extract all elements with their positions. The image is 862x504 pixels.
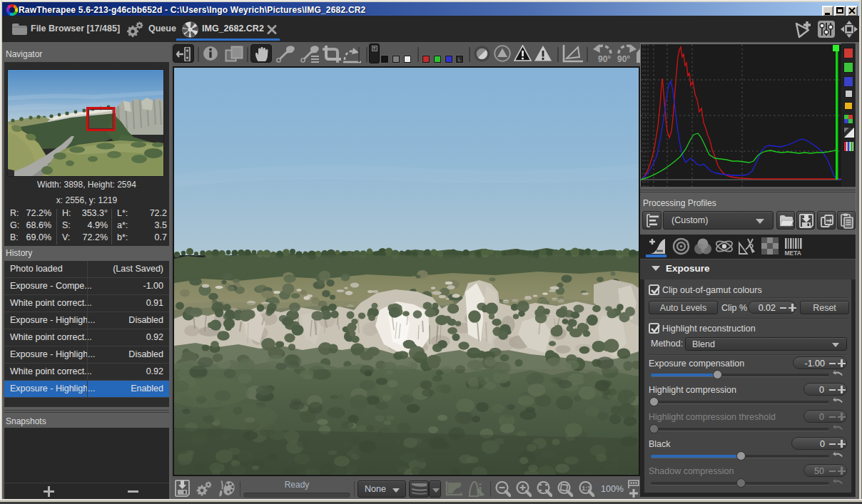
svg-text:90°: 90° [598,54,611,64]
svg-text:90°: 90° [617,54,630,64]
svg-text:META: META [785,250,801,256]
